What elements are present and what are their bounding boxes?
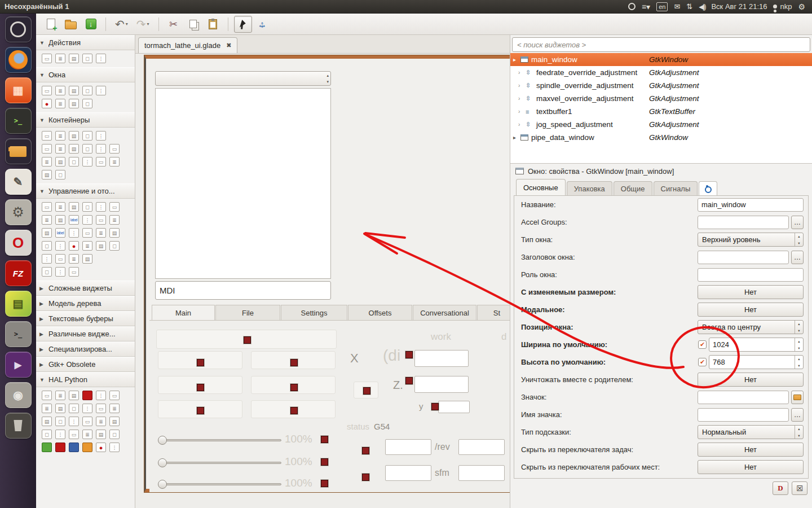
property-input[interactable]: main_window [698, 198, 804, 212]
launcher-glade[interactable]: ▤ [5, 291, 32, 317]
widget-icon[interactable] [82, 430, 92, 439]
accessibility-tab[interactable] [699, 181, 717, 195]
widget-icon[interactable] [69, 417, 79, 426]
new-button[interactable] [42, 16, 60, 33]
widget-icon[interactable] [82, 86, 92, 95]
widget-icon[interactable] [82, 202, 92, 212]
widget-icon[interactable] [109, 417, 120, 426]
widget-icon[interactable] [96, 228, 106, 238]
select-widgets-button[interactable] [234, 16, 252, 33]
undo-button[interactable]: ▾ [112, 16, 131, 33]
property-spinbutton[interactable]: 1024▴▾ [709, 338, 804, 352]
widget-icon[interactable] [82, 404, 92, 413]
widget-icon[interactable] [42, 228, 52, 238]
properties-tab-3[interactable]: Сигналы [654, 181, 698, 195]
mail-indicator[interactable]: ✉ [674, 2, 680, 11]
widget-icon[interactable] [42, 54, 52, 63]
widget-icon[interactable] [96, 157, 106, 167]
widget-icon[interactable] [42, 170, 52, 179]
launcher-files[interactable] [5, 138, 32, 164]
expander-icon[interactable]: › [518, 121, 526, 128]
widget-icon[interactable] [42, 157, 52, 167]
tree-row-main_window[interactable]: ▸main_windowGtkWindow [510, 53, 812, 66]
widget-icon[interactable] [69, 241, 79, 251]
user-menu-indicator[interactable]: nkp [773, 2, 792, 11]
widget-icon[interactable] [42, 241, 52, 251]
widget-icon[interactable] [42, 417, 52, 426]
design-checkbutton[interactable] [290, 359, 298, 366]
widget-icon[interactable] [55, 430, 65, 439]
property-input[interactable] [698, 408, 789, 422]
widget-icon[interactable] [42, 430, 52, 439]
tree-row-textbuffer1[interactable]: ›≡textbuffer1GtkTextBuffer [510, 105, 812, 118]
launcher-filezilla[interactable]: FZ [5, 260, 32, 286]
palette-section-4[interactable]: ▶Сложные виджеты [36, 281, 135, 296]
tree-row-spindle_override_adjustment[interactable]: ›⇳spindle_override_adjustmentGtkAdjustme… [510, 79, 812, 92]
slider-knob[interactable] [158, 436, 167, 445]
devhelp-button[interactable]: D [773, 481, 788, 495]
widget-icon[interactable] [55, 228, 65, 238]
widget-icon[interactable] [96, 202, 106, 212]
palette-section-10[interactable]: ▼HAL Python [36, 372, 135, 387]
property-toggle-button[interactable]: Нет [698, 443, 804, 457]
property-input[interactable] [698, 216, 789, 229]
widget-icon[interactable] [82, 144, 92, 154]
palette-section-8[interactable]: ▶Специализирова... [36, 341, 135, 357]
widget-icon[interactable] [69, 391, 79, 400]
widget-icon[interactable] [96, 215, 106, 225]
widget-icon[interactable] [96, 443, 106, 452]
palette-section-5[interactable]: ▶Модель дерева [36, 296, 135, 311]
property-input[interactable] [698, 251, 789, 264]
open-button[interactable] [61, 16, 80, 33]
expander-icon[interactable]: › [518, 69, 526, 76]
design-checkbutton[interactable] [290, 407, 298, 414]
design-checkbutton[interactable] [362, 474, 369, 481]
widget-icon[interactable] [69, 430, 79, 439]
widget-icon[interactable] [69, 404, 79, 413]
paste-button[interactable] [204, 16, 222, 33]
design-entry[interactable] [414, 376, 469, 393]
tree-row-pipe_data_window[interactable]: ▸pipe_data_windowGtkWindow [510, 131, 812, 144]
widget-icon[interactable] [55, 157, 65, 167]
widget-icon[interactable] [109, 404, 120, 413]
ellipsis-button[interactable]: … [791, 408, 804, 422]
dropdown-caret-icon[interactable]: ▾ [126, 21, 128, 27]
property-dropdown[interactable]: Нормальный▴▾ [698, 425, 804, 439]
widget-icon[interactable] [109, 241, 120, 251]
palette-section-0[interactable]: ▼Действия [36, 35, 135, 50]
widget-icon[interactable] [109, 443, 120, 452]
close-tab-icon[interactable]: ✖ [226, 42, 231, 49]
palette-section-9[interactable]: ▶Gtk+ Obsolete [36, 357, 135, 372]
expander-icon[interactable]: › [518, 82, 526, 89]
widget-icon[interactable] [55, 215, 65, 225]
dropdown-caret-icon[interactable]: ▾ [147, 21, 149, 27]
volume-indicator[interactable]: ◀)) [699, 3, 705, 11]
palette-section-3[interactable]: ▼Управление и ото... [36, 183, 135, 199]
design-scale[interactable] [158, 462, 281, 464]
design-checkbutton[interactable] [321, 480, 328, 487]
widget-icon[interactable] [96, 131, 106, 141]
widget-icon[interactable] [82, 241, 92, 251]
widget-icon[interactable] [55, 54, 65, 63]
property-toggle-button[interactable]: Нет [698, 373, 804, 387]
widget-icon[interactable] [42, 443, 52, 452]
design-checkbutton[interactable] [363, 387, 370, 395]
design-checkbutton[interactable] [197, 407, 204, 414]
widget-icon[interactable] [82, 228, 92, 238]
widget-icon[interactable] [96, 404, 106, 413]
palette-section-6[interactable]: ▶Текстовые буферы [36, 311, 135, 326]
cut-button[interactable] [165, 16, 183, 33]
design-entry[interactable] [458, 465, 505, 481]
widget-icon[interactable] [69, 228, 79, 238]
drag-resize-button[interactable] [254, 16, 272, 33]
design-checkbutton[interactable] [362, 447, 369, 454]
widget-icon[interactable] [109, 228, 120, 238]
property-toggle-button[interactable]: Нет [698, 303, 804, 317]
property-dropdown[interactable]: Всегда по центру▴▾ [698, 320, 804, 334]
palette-section-2[interactable]: ▼Контейнеры [36, 112, 135, 128]
widget-icon[interactable] [42, 99, 52, 108]
widget-icon[interactable] [55, 391, 65, 400]
design-checkbutton[interactable] [321, 458, 328, 466]
design-entry[interactable] [385, 465, 431, 481]
widget-icon[interactable] [109, 157, 120, 167]
